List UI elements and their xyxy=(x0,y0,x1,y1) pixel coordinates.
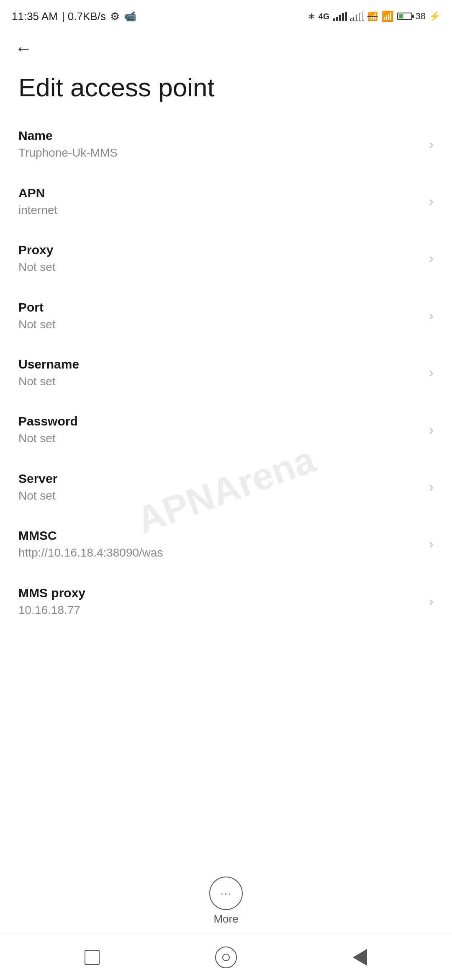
settings-item-mms-proxy-content: MMS proxy 10.16.18.77 xyxy=(18,585,421,618)
settings-list: Name Truphone-Uk-MMS › APN internet › Pr… xyxy=(0,116,452,864)
settings-item-port-label: Port xyxy=(18,299,421,315)
settings-item-name-label: Name xyxy=(18,127,421,144)
settings-item-name-value: Truphone-Uk-MMS xyxy=(18,145,421,160)
settings-item-mmsc[interactable]: MMSC http://10.16.18.4:38090/was › xyxy=(0,516,452,573)
settings-item-proxy[interactable]: Proxy Not set › xyxy=(0,230,452,287)
back-button-row: ← xyxy=(0,29,452,64)
nav-back-button[interactable] xyxy=(347,945,372,970)
settings-item-password[interactable]: Password Not set › xyxy=(0,401,452,458)
home-icon xyxy=(215,946,237,968)
battery-percentage: 38 xyxy=(416,11,426,22)
status-right: ∗ 4G 📶 📶 38 ⚡ xyxy=(308,10,440,22)
settings-item-username[interactable]: Username Not set › xyxy=(0,344,452,401)
settings-item-username-label: Username xyxy=(18,356,421,372)
settings-item-password-label: Password xyxy=(18,413,421,429)
settings-item-mmsc-content: MMSC http://10.16.18.4:38090/was xyxy=(18,527,421,560)
network-4g-icon: 4G xyxy=(318,12,330,21)
settings-item-username-value: Not set xyxy=(18,374,421,389)
time-display: 11:35 AM xyxy=(12,10,58,23)
settings-item-password-content: Password Not set xyxy=(18,413,421,446)
nav-bar xyxy=(0,934,452,980)
settings-item-port[interactable]: Port Not set › xyxy=(0,287,452,344)
settings-item-proxy-content: Proxy Not set xyxy=(18,242,421,275)
settings-item-proxy-value: Not set xyxy=(18,260,421,275)
recent-apps-icon xyxy=(85,950,100,965)
settings-item-port-content: Port Not set xyxy=(18,299,421,332)
settings-icon: ⚙ xyxy=(110,10,120,23)
ellipsis-icon: ··· xyxy=(221,887,231,899)
more-button[interactable]: ··· More xyxy=(209,877,243,926)
status-left: 11:35 AM | 0.7KB/s ⚙ 📹 xyxy=(12,10,136,23)
more-button-container: ··· More xyxy=(0,864,452,934)
back-arrow-icon: ← xyxy=(15,40,32,57)
chevron-right-icon-mms-proxy: › xyxy=(429,593,434,609)
settings-item-username-content: Username Not set xyxy=(18,356,421,389)
chevron-right-icon-apn: › xyxy=(429,193,434,209)
settings-item-name[interactable]: Name Truphone-Uk-MMS › xyxy=(0,116,452,173)
settings-item-mms-proxy[interactable]: MMS proxy 10.16.18.77 › xyxy=(0,573,452,630)
no-signal-icon: 📶 xyxy=(367,11,378,21)
back-button[interactable]: ← xyxy=(13,38,34,59)
chevron-right-icon-server: › xyxy=(429,479,434,495)
settings-item-server-label: Server xyxy=(18,470,421,487)
more-circle-icon: ··· xyxy=(209,877,243,910)
settings-item-password-value: Not set xyxy=(18,431,421,446)
settings-item-server-content: Server Not set xyxy=(18,470,421,503)
settings-item-mms-proxy-value: 10.16.18.77 xyxy=(18,603,421,618)
page-title: Edit access point xyxy=(0,64,452,116)
settings-item-name-content: Name Truphone-Uk-MMS xyxy=(18,127,421,160)
back-nav-icon xyxy=(353,949,367,966)
nav-home-button[interactable] xyxy=(213,945,239,970)
speed-display: | 0.7KB/s xyxy=(62,10,106,23)
status-bar: 11:35 AM | 0.7KB/s ⚙ 📹 ∗ 4G 📶 📶 38 xyxy=(0,0,452,29)
settings-item-server-value: Not set xyxy=(18,488,421,503)
bluetooth-icon: ∗ xyxy=(308,11,315,22)
home-icon-inner xyxy=(222,954,230,961)
settings-item-apn-label: APN xyxy=(18,185,421,201)
chevron-right-icon-mmsc: › xyxy=(429,536,434,552)
chevron-right-icon-proxy: › xyxy=(429,250,434,266)
settings-item-mmsc-label: MMSC xyxy=(18,527,421,544)
chevron-right-icon-port: › xyxy=(429,308,434,323)
settings-item-proxy-label: Proxy xyxy=(18,242,421,258)
settings-item-mmsc-value: http://10.16.18.4:38090/was xyxy=(18,545,421,560)
wifi-icon: 📶 xyxy=(381,10,394,22)
settings-item-apn-value: internet xyxy=(18,203,421,218)
settings-item-apn[interactable]: APN internet › xyxy=(0,173,452,230)
chevron-right-icon-password: › xyxy=(429,422,434,438)
signal-bars-2 xyxy=(350,12,364,21)
video-icon: 📹 xyxy=(124,10,136,22)
battery-indicator xyxy=(397,13,412,20)
settings-item-port-value: Not set xyxy=(18,317,421,332)
charging-icon: ⚡ xyxy=(429,11,440,22)
settings-item-mms-proxy-label: MMS proxy xyxy=(18,585,421,601)
chevron-right-icon-name: › xyxy=(429,137,434,152)
settings-item-apn-content: APN internet xyxy=(18,185,421,218)
signal-bars-1 xyxy=(333,12,347,21)
more-label: More xyxy=(213,913,238,926)
settings-item-server[interactable]: Server Not set › xyxy=(0,459,452,516)
nav-recent-button[interactable] xyxy=(80,945,105,970)
chevron-right-icon-username: › xyxy=(429,365,434,380)
